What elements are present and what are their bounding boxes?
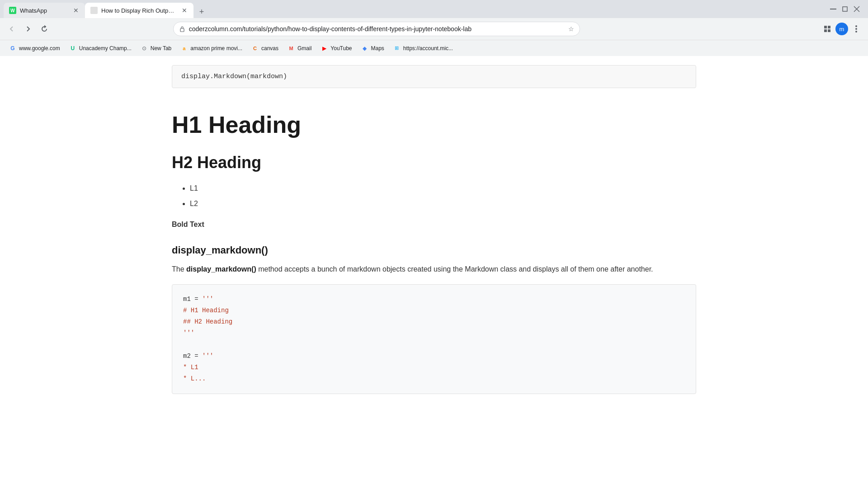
svg-rect-8 — [828, 29, 830, 32]
code-l1-string: * L1 — [183, 364, 198, 371]
code-m1-string: ''' — [202, 296, 213, 303]
bookmark-unacademy[interactable]: U Unacademy Champ... — [66, 43, 135, 54]
svg-rect-4 — [180, 28, 184, 32]
content-list: L1 L2 — [190, 183, 696, 209]
browser-window: W WhatsApp ✕ How to Display Rich Outputs… — [0, 0, 868, 488]
code-h1-string: # H1 Heading — [183, 307, 229, 314]
h2-heading: H2 Heading — [172, 152, 696, 174]
function-heading: display_markdown() — [172, 244, 696, 256]
gmail-favicon: M — [288, 45, 295, 52]
unacademy-favicon: U — [69, 45, 76, 52]
svg-rect-1 — [843, 7, 847, 11]
article-favicon — [90, 7, 98, 14]
svg-rect-5 — [824, 26, 827, 28]
tab-article-title: How to Display Rich Outputs (im... — [101, 7, 177, 14]
svg-point-11 — [855, 31, 857, 33]
code-m1-normal: m1 = — [183, 296, 202, 303]
code-line-1: m1 = ''' — [183, 294, 685, 305]
top-code-text: display.Markdown(markdown) — [181, 73, 287, 80]
bookmark-amazon-label: amazon prime movi... — [190, 45, 242, 52]
bookmark-maps[interactable]: ◆ Maps — [358, 43, 388, 54]
bookmark-canvas[interactable]: C canvas — [248, 43, 282, 54]
code-close-string: ''' — [183, 329, 194, 337]
title-bar: W WhatsApp ✕ How to Display Rich Outputs… — [0, 0, 868, 18]
window-controls — [829, 5, 864, 13]
forward-button[interactable] — [22, 23, 34, 35]
code-line-7: * L1 — [183, 362, 685, 373]
code-h2-string: ## H2 Heading — [183, 318, 232, 325]
code-line-8: * L... — [183, 373, 685, 385]
url-text: coderzcolumn.com/tutorials/python/how-to… — [189, 25, 565, 33]
bookmark-newtab-label: New Tab — [151, 45, 171, 52]
newtab-favicon: ⊙ — [141, 45, 148, 52]
new-tab-button[interactable]: + — [195, 5, 208, 18]
bookmark-youtube[interactable]: ▶ YouTube — [317, 43, 355, 54]
bookmark-gmail[interactable]: M Gmail — [284, 43, 315, 54]
svg-point-9 — [855, 25, 857, 27]
bookmarks-bar: G www.google.com U Unacademy Champ... ⊙ … — [0, 40, 868, 56]
bookmark-star-icon[interactable]: ☆ — [568, 25, 574, 33]
bookmark-newtab[interactable]: ⊙ New Tab — [137, 43, 175, 54]
back-button[interactable] — [5, 23, 18, 35]
paragraph-suffix: method accepts a bunch of markdown objec… — [256, 265, 653, 273]
tab-whatsapp-close[interactable]: ✕ — [72, 7, 80, 14]
bookmark-maps-label: Maps — [371, 45, 384, 52]
tab-article-close[interactable]: ✕ — [181, 7, 188, 14]
tabs-container: W WhatsApp ✕ How to Display Rich Outputs… — [4, 0, 829, 18]
svg-rect-6 — [828, 26, 830, 28]
description-paragraph: The display_markdown() method accepts a … — [172, 263, 696, 275]
bookmark-google-label: www.google.com — [19, 45, 60, 52]
h1-heading: H1 Heading — [172, 111, 696, 139]
maps-favicon: ◆ — [361, 45, 368, 52]
article-content: H1 Heading H2 Heading L1 L2 Bold Text di… — [172, 97, 696, 408]
canvas-favicon: C — [251, 45, 259, 52]
svg-rect-7 — [824, 29, 827, 32]
profile-avatar[interactable]: m — [835, 23, 848, 35]
close-button[interactable] — [853, 5, 861, 13]
code-line-4: ''' — [183, 328, 685, 339]
extensions-button[interactable] — [821, 23, 834, 35]
address-bar[interactable]: coderzcolumn.com/tutorials/python/how-to… — [173, 22, 580, 36]
menu-button[interactable] — [850, 23, 863, 35]
tab-whatsapp-title: WhatsApp — [20, 7, 69, 14]
google-favicon: G — [9, 45, 16, 52]
code-line-6: m2 = ''' — [183, 351, 685, 362]
amazon-favicon: a — [180, 45, 188, 52]
bookmark-youtube-label: YouTube — [330, 45, 352, 52]
code-line-3: ## H2 Heading — [183, 316, 685, 328]
bookmark-microsoft[interactable]: ⊞ https://account.mic... — [390, 43, 457, 54]
microsoft-favicon: ⊞ — [393, 45, 401, 52]
bookmark-canvas-label: canvas — [261, 45, 278, 52]
code-block-main: m1 = ''' # H1 Heading ## H2 Heading ''' … — [172, 284, 696, 394]
bookmark-google[interactable]: G www.google.com — [5, 43, 64, 54]
code-l2-string: * L... — [183, 375, 206, 382]
bookmark-amazon[interactable]: a amazon prime movi... — [177, 43, 246, 54]
content-wrapper: display.Markdown(markdown) H1 Heading H2… — [118, 65, 750, 408]
svg-point-10 — [855, 28, 857, 30]
code-line-5 — [183, 339, 685, 351]
top-code-block: display.Markdown(markdown) — [172, 65, 696, 88]
paragraph-prefix: The — [172, 265, 186, 273]
tab-whatsapp[interactable]: W WhatsApp ✕ — [4, 3, 85, 18]
bookmark-gmail-label: Gmail — [297, 45, 311, 52]
address-bar-icons: ☆ — [568, 25, 574, 33]
bold-text-paragraph: Bold Text — [172, 218, 696, 230]
address-bar-row: coderzcolumn.com/tutorials/python/how-to… — [0, 18, 868, 40]
youtube-favicon: ▶ — [321, 45, 328, 52]
code-m2-string: ''' — [202, 352, 213, 360]
code-line-2: # H1 Heading — [183, 305, 685, 316]
paragraph-bold: display_markdown() — [186, 265, 256, 273]
lock-icon — [179, 26, 185, 32]
minimize-button[interactable] — [829, 5, 837, 13]
whatsapp-favicon: W — [9, 7, 16, 14]
tab-article[interactable]: How to Display Rich Outputs (im... ✕ — [85, 3, 193, 18]
page-content[interactable]: display.Markdown(markdown) H1 Heading H2… — [0, 56, 868, 488]
list-item-l1: L1 — [190, 183, 696, 194]
bookmark-microsoft-label: https://account.mic... — [403, 45, 453, 52]
maximize-button[interactable] — [841, 5, 849, 13]
svg-rect-0 — [830, 9, 836, 9]
list-item-l2: L2 — [190, 198, 696, 210]
reload-button[interactable] — [38, 23, 51, 35]
code-m2-normal: m2 = — [183, 352, 202, 360]
bookmark-unacademy-label: Unacademy Champ... — [79, 45, 132, 52]
